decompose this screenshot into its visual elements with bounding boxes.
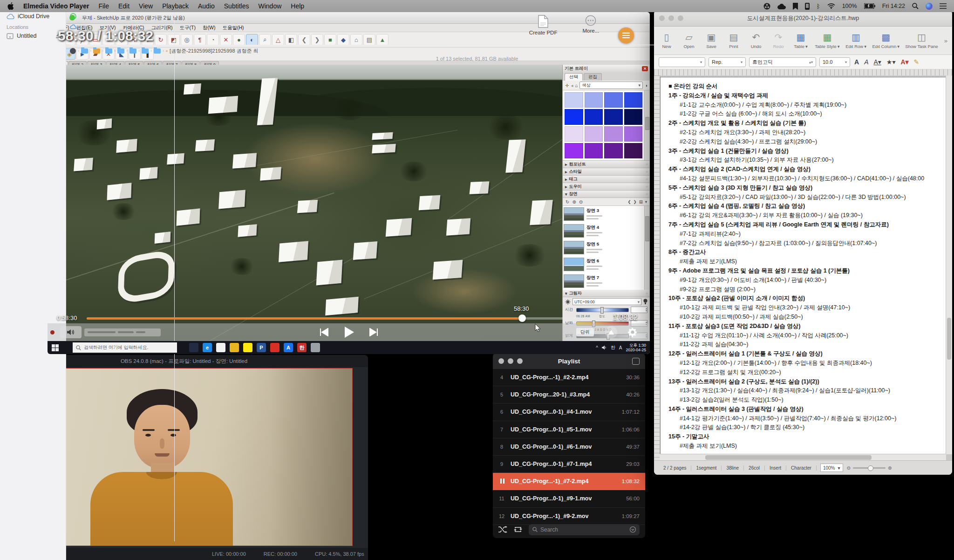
settings-gear-icon[interactable]: [627, 327, 638, 337]
tray-section-0[interactable]: ▸컴포넌트▫: [563, 161, 650, 168]
units-chip[interactable]: 단위: [576, 328, 594, 336]
color-swatch-14[interactable]: [604, 143, 623, 158]
apple-logo-icon[interactable]: [7, 2, 14, 10]
taskbar-app-icon-2[interactable]: [216, 343, 225, 352]
taskbar-app-icon-8[interactable]: 한: [297, 343, 307, 352]
shadow-toggle-icon[interactable]: [565, 299, 571, 305]
sketchup-tool-icon-21[interactable]: ■: [324, 34, 336, 45]
color-swatch-15[interactable]: [624, 143, 643, 158]
sketchup-tool-icon-13[interactable]: ✕: [220, 34, 232, 45]
notification-center-icon[interactable]: [940, 3, 947, 9]
time-value-box[interactable]: ▴▾: [631, 307, 647, 313]
next-button[interactable]: [369, 328, 378, 336]
document-vscrollbar[interactable]: [946, 75, 952, 454]
zoom-slider-handle[interactable]: [868, 465, 873, 471]
playlist-row[interactable]: 6UD_CG-Progr...0-1)_#4-1.mov1:07:12: [493, 403, 645, 421]
playlist-row[interactable]: 7UD_CG-Progr...0-1)_#5-1.mov1:06:06: [493, 421, 645, 438]
playlist-row[interactable]: UD_CG-Progr...-1)_#7-2.mp41:08:32: [493, 473, 645, 490]
sketchup-menu-4[interactable]: 그리기(R): [151, 25, 173, 31]
color-swatch-4[interactable]: [565, 109, 583, 124]
utc-select[interactable]: UTC+09:00▾: [572, 298, 641, 305]
playlist-row[interactable]: 4UD_CG-Progr...-1)_#2-2.mp430:36: [493, 369, 645, 386]
refresh-scene-icon[interactable]: ↻: [566, 199, 569, 205]
play-button[interactable]: [343, 326, 355, 338]
taskbar-app-icon-0[interactable]: [189, 343, 198, 352]
menubar-menu-file[interactable]: File: [98, 2, 109, 10]
color-swatch-5[interactable]: [585, 109, 603, 124]
time-slider[interactable]: [576, 308, 629, 312]
scene-options-icon[interactable]: ▾: [645, 199, 647, 204]
menubar-menu-playback[interactable]: Playback: [162, 2, 189, 10]
playlist-row[interactable]: 8UD_CG-Progr...0-1)_#6-1.mov49:37: [493, 438, 645, 456]
tray-section-1[interactable]: ▸스타일▫: [563, 168, 650, 176]
document-page[interactable]: ■ 온라인 강의 순서1주 - 강의소개 / 실습 및 재택수업 과제#1-1강…: [660, 77, 946, 454]
color-swatch-0[interactable]: [565, 92, 583, 108]
sketchup-tool-icon-11[interactable]: ¶: [194, 34, 206, 45]
bluetooth-icon[interactable]: ᛒ: [817, 3, 820, 10]
volume-button[interactable]: [60, 326, 82, 338]
folder-crumb-icon[interactable]: [105, 48, 112, 54]
obs-webcam-preview[interactable]: [35, 368, 353, 546]
sidebar-item-untitled-disk[interactable]: Untitled: [7, 33, 66, 39]
playlist-row[interactable]: 11UD_CG-Progr...0-1)_#9-1.mov56:00: [493, 490, 645, 507]
sketchup-tool-icon-24[interactable]: ▤: [363, 34, 375, 45]
sketchup-tool-icon-12[interactable]: ◔: [207, 34, 219, 45]
sketchup-tool-icon-18[interactable]: ◧: [285, 34, 297, 45]
materials-tab-1[interactable]: 편집: [584, 73, 602, 81]
filter-chevron-icon[interactable]: [630, 526, 636, 533]
folder-crumb-icon[interactable]: [154, 48, 161, 54]
sketchup-tool-icon-20[interactable]: ❯: [311, 34, 323, 45]
add-scene-icon[interactable]: ⊕: [572, 199, 576, 205]
zoom-select[interactable]: 100%▾: [820, 464, 843, 472]
taskbar-app-icon-9[interactable]: [311, 343, 320, 352]
taskbar-app-icon-5[interactable]: P: [257, 343, 266, 352]
color-swatch-13[interactable]: [585, 143, 603, 158]
menubar-app-name[interactable]: Elmedia Video Player: [23, 2, 89, 10]
shadows-section-header[interactable]: ▾그림자▫: [563, 290, 650, 297]
bookmark-icon[interactable]: [793, 3, 798, 10]
seek-bar[interactable]: 58:30: [87, 317, 605, 320]
scene-list-item[interactable]: 장면 6: [564, 258, 643, 271]
scene-next-icon[interactable]: ❯: [634, 199, 637, 204]
menubar-menu-window[interactable]: Window: [258, 2, 281, 10]
finder-path-bar[interactable]: ››››››››▫ [권형준-21925998]21925998 권형준 최: [70, 45, 950, 56]
taskbar-app-icon-6[interactable]: [270, 343, 279, 352]
disk-crumb-icon[interactable]: [70, 48, 76, 54]
device-icon[interactable]: [805, 3, 810, 10]
sketchup-tool-icon-23[interactable]: ⌂: [350, 34, 362, 45]
tray-section-2[interactable]: ▸태그▫: [563, 176, 650, 183]
taskbar-app-icon-1[interactable]: e: [203, 343, 212, 352]
create-pdf-action[interactable]: Create PDF: [529, 15, 558, 35]
sample-paint-icon[interactable]: ✛: [565, 83, 569, 88]
sketchup-tool-icon-14[interactable]: ●: [233, 34, 245, 45]
swatch-scrollbar[interactable]: [644, 90, 650, 160]
in-model-icon[interactable]: ◑: [645, 83, 647, 88]
more-action[interactable]: More...: [582, 15, 599, 35]
taskbar-app-icon-3[interactable]: [230, 343, 239, 352]
toolbar-overflow-icon[interactable]: »: [944, 37, 947, 44]
menubar-menu-edit[interactable]: Edit: [118, 2, 129, 10]
taskbar-app-icon-4[interactable]: [243, 343, 252, 352]
sketchup-tool-icon-22[interactable]: ◆: [337, 34, 349, 45]
wifi-icon[interactable]: [827, 3, 835, 9]
previous-button[interactable]: [320, 328, 329, 336]
color-swatch-10[interactable]: [604, 126, 623, 142]
shadow-bulb-icon[interactable]: [643, 299, 647, 305]
sketchup-3d-viewport[interactable]: [48, 65, 562, 341]
folder-crumb-icon[interactable]: [117, 48, 124, 54]
sketchup-tool-icon-19[interactable]: ❮: [298, 34, 310, 45]
color-swatch-9[interactable]: [585, 126, 603, 142]
menubar-menu-view[interactable]: View: [139, 2, 153, 10]
sketchup-tool-icon-10[interactable]: ◎: [181, 34, 193, 45]
color-collection-select[interactable]: 색상▾: [579, 82, 642, 89]
windows-start-icon[interactable]: [52, 344, 59, 351]
document-hscrollbar[interactable]: [660, 454, 946, 461]
folder-crumb-icon[interactable]: [142, 48, 149, 54]
color-swatch-7[interactable]: [624, 109, 643, 124]
color-swatch-2[interactable]: [604, 92, 623, 108]
scene-list-item[interactable]: 장면 3: [564, 207, 643, 221]
materials-tab-0[interactable]: 선택: [565, 73, 583, 81]
siri-icon[interactable]: [926, 3, 933, 10]
sketchup-tool-icon-8[interactable]: ↻: [155, 34, 167, 45]
folder-crumb-icon[interactable]: [129, 48, 136, 54]
